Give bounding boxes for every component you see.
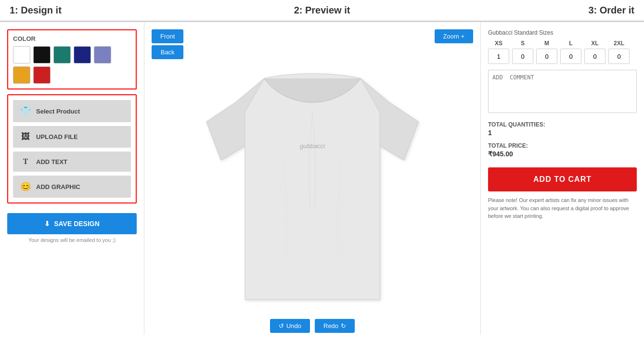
add-graphic-icon: 😊 bbox=[20, 181, 31, 192]
size-input-s[interactable] bbox=[512, 49, 533, 64]
color-swatch-teal[interactable] bbox=[53, 46, 71, 63]
add-to-cart-button[interactable]: ADD TO CART bbox=[488, 167, 637, 191]
left-panel: COLOR 👕 Select Product 🖼 UPLOAD FILE bbox=[0, 22, 144, 335]
top-header: 1: Design it 2: Preview it 3: Order it bbox=[0, 0, 644, 22]
size-input-m[interactable] bbox=[536, 49, 557, 64]
step1-label: 1: Design it bbox=[10, 5, 218, 16]
size-label-l: L bbox=[569, 40, 572, 47]
add-text-label: ADD TEXT bbox=[36, 158, 67, 165]
front-view-button[interactable]: Front bbox=[152, 29, 183, 43]
save-icon: ⬇ bbox=[44, 220, 50, 228]
color-swatch-lavender[interactable] bbox=[94, 46, 111, 63]
undo-label: Undo bbox=[286, 322, 301, 329]
tshirt-svg: gubbacci bbox=[197, 64, 428, 314]
save-design-button[interactable]: ⬇ SAVE DESIGN bbox=[7, 213, 137, 234]
size-input-xl[interactable] bbox=[584, 49, 605, 64]
add-graphic-button[interactable]: 😊 ADD GRAPHIC bbox=[13, 176, 131, 198]
color-section: COLOR bbox=[7, 29, 137, 89]
color-swatch-orange[interactable] bbox=[13, 66, 30, 84]
center-panel: Front Back Zoom + bbox=[144, 22, 480, 335]
upload-file-icon: 🖼 bbox=[20, 132, 31, 142]
sizes-grid: XS S M L XL 2XL bbox=[488, 40, 637, 64]
undo-button[interactable]: ↺ Undo bbox=[270, 319, 310, 333]
size-input-xs[interactable] bbox=[488, 49, 509, 64]
add-text-icon: T bbox=[20, 157, 31, 166]
total-qty-value: 1 bbox=[488, 129, 637, 137]
size-col-xs: XS bbox=[488, 40, 509, 64]
back-view-button[interactable]: Back bbox=[152, 45, 183, 59]
color-swatch-white[interactable] bbox=[13, 46, 30, 63]
redo-label: Redo bbox=[323, 322, 338, 329]
step3-label: 3: Order it bbox=[426, 5, 634, 16]
size-input-2xl[interactable] bbox=[608, 49, 630, 64]
tshirt-wrapper: gubbacci bbox=[197, 64, 428, 314]
redo-button[interactable]: Redo ↻ bbox=[315, 319, 355, 333]
tshirt-area: gubbacci bbox=[152, 64, 473, 314]
save-section: ⬇ SAVE DESIGN Your designs will be email… bbox=[7, 213, 137, 243]
color-swatches bbox=[13, 46, 131, 84]
select-product-button[interactable]: 👕 Select Product bbox=[13, 100, 131, 122]
total-price-value: ₹945.00 bbox=[488, 150, 637, 158]
size-col-s: S bbox=[512, 40, 533, 64]
total-qty-label: TOTAL QUANTITIES: bbox=[488, 121, 637, 128]
add-text-button[interactable]: T ADD TEXT bbox=[13, 152, 131, 172]
select-product-label: Select Product bbox=[36, 108, 80, 115]
comment-textarea[interactable] bbox=[488, 70, 637, 113]
color-swatch-navy[interactable] bbox=[74, 46, 91, 63]
size-label-2xl: 2XL bbox=[614, 40, 624, 47]
color-label: COLOR bbox=[13, 35, 131, 42]
cart-note: Please note! Our expert artists can fix … bbox=[488, 196, 637, 220]
undo-icon: ↺ bbox=[279, 322, 284, 329]
add-graphic-label: ADD GRAPHIC bbox=[36, 183, 80, 190]
center-toolbar: Front Back Zoom + bbox=[152, 29, 473, 59]
size-label-s: S bbox=[521, 40, 525, 47]
upload-file-label: UPLOAD FILE bbox=[36, 133, 78, 140]
save-note: Your designs will be emailed to you ;) bbox=[7, 237, 137, 243]
color-swatch-black[interactable] bbox=[33, 46, 51, 63]
total-price-label: TOTAL PRICE: bbox=[488, 142, 637, 149]
undo-redo-bar: ↺ Undo Redo ↻ bbox=[270, 319, 355, 333]
size-label-xl: XL bbox=[591, 40, 598, 47]
size-col-l: L bbox=[560, 40, 581, 64]
view-buttons: Front Back bbox=[152, 29, 183, 59]
right-panel: Gubbacci Standard Sizes XS S M L XL bbox=[480, 22, 644, 335]
size-col-2xl: 2XL bbox=[608, 40, 630, 64]
size-label-xs: XS bbox=[495, 40, 502, 47]
color-swatch-red[interactable] bbox=[33, 66, 51, 84]
size-col-xl: XL bbox=[584, 40, 605, 64]
select-product-icon: 👕 bbox=[20, 106, 31, 116]
zoom-button[interactable]: Zoom + bbox=[435, 29, 473, 43]
size-input-l[interactable] bbox=[560, 49, 581, 64]
size-col-m: M bbox=[536, 40, 557, 64]
step2-label: 2: Preview it bbox=[218, 5, 426, 16]
sizes-title: Gubbacci Standard Sizes bbox=[488, 29, 637, 36]
redo-icon: ↻ bbox=[341, 322, 346, 329]
actions-section: 👕 Select Product 🖼 UPLOAD FILE T ADD TEX… bbox=[7, 94, 137, 203]
upload-file-button[interactable]: 🖼 UPLOAD FILE bbox=[13, 126, 131, 148]
main-container: COLOR 👕 Select Product 🖼 UPLOAD FILE bbox=[0, 22, 644, 335]
svg-text:gubbacci: gubbacci bbox=[300, 142, 325, 150]
save-label: SAVE DESIGN bbox=[54, 220, 100, 228]
size-label-m: M bbox=[544, 40, 549, 47]
